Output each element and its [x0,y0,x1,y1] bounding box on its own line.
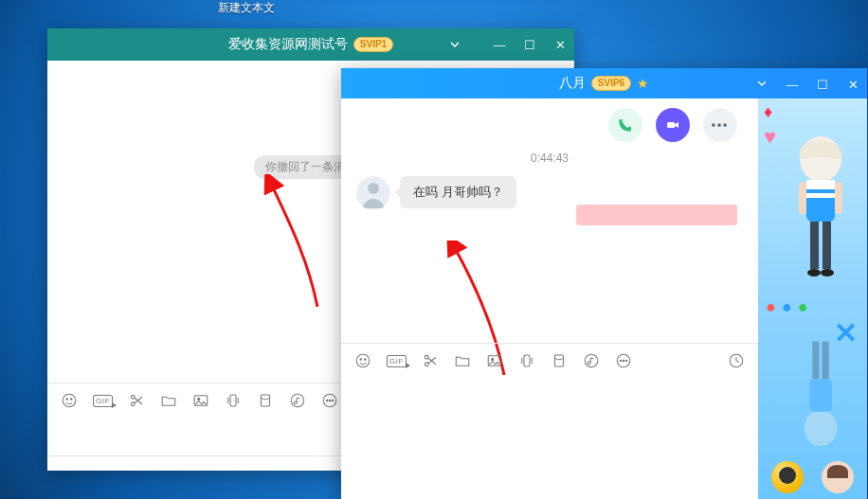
w1-title: 爱收集资源网测试号 [228,36,348,53]
svg-rect-44 [812,342,819,379]
scissors-icon[interactable] [128,392,145,409]
svg-point-17 [356,354,370,367]
svg-point-1 [66,399,68,401]
w2-side-panel: ♦ ♥ [758,98,867,499]
image-icon[interactable] [486,352,503,369]
w2-maximize-button[interactable]: ☐ [816,78,829,92]
svg-rect-14 [667,122,675,128]
svg-rect-24 [524,355,530,366]
redpacket-icon[interactable] [257,392,274,409]
redpacket-icon[interactable] [551,352,568,369]
svg-rect-43 [809,379,832,412]
history-icon[interactable] [728,352,745,369]
svg-point-30 [625,360,627,362]
svg-rect-36 [810,222,819,269]
w2-dropdown-icon[interactable] [755,78,769,92]
mini-avatar-1[interactable] [771,461,804,493]
w1-maximize-button[interactable]: ☐ [523,38,536,52]
w2-compose-area[interactable] [341,378,758,499]
w1-close-button[interactable]: ✕ [553,38,567,52]
more-actions-button[interactable]: ••• [703,108,737,142]
svg-point-6 [197,398,199,400]
svg-point-12 [329,400,331,401]
svg-rect-41 [835,182,842,214]
svg-point-39 [821,269,834,276]
svg-rect-45 [823,342,829,379]
svg-point-38 [807,269,821,276]
w1-dropdown-icon[interactable] [449,28,461,61]
redacted-block [576,205,737,225]
folder-icon[interactable] [454,352,471,369]
more-tools-icon[interactable] [615,352,632,369]
svg-point-28 [620,360,622,362]
heart-icon: ♥ [764,125,776,150]
voice-call-button[interactable] [608,108,642,142]
gif-icon[interactable]: GIF [387,355,407,367]
scissors-icon[interactable] [422,352,439,369]
avatar-character [778,127,863,307]
w1-svip-badge: SVIP1 [353,37,393,52]
svg-rect-40 [799,182,806,214]
video-call-button[interactable] [656,108,690,142]
w2-minimize-button[interactable]: — [786,78,799,92]
svg-point-18 [360,359,362,361]
x-decoration: ✕ [834,316,858,349]
svg-rect-8 [261,395,269,406]
svg-point-19 [365,359,367,361]
w2-svip-badge: SVIP6 [591,76,631,91]
image-icon[interactable] [192,392,209,409]
music-icon[interactable] [583,352,600,369]
desktop-file-label: 新建文本文 [218,1,275,14]
svg-rect-7 [230,395,236,406]
svg-point-3 [131,402,135,406]
w1-minimize-button[interactable]: — [493,38,506,52]
svg-rect-25 [554,355,563,366]
star-icon: ★ [637,76,649,91]
svg-point-21 [425,355,428,359]
w2-titlebar[interactable]: 八月 SVIP6 ★ — ☐ ✕ [341,68,867,98]
w2-action-row: ••• [341,98,758,151]
desktop-file-icon[interactable]: 新建文本文 [208,0,284,16]
shake-icon[interactable] [225,392,242,409]
emoji-icon[interactable] [61,392,78,409]
folder-icon[interactable] [160,392,177,409]
svg-rect-35 [806,193,835,198]
message-bubble[interactable]: 在吗 月哥帅吗？ [400,176,516,208]
w2-toolbar: GIF [341,343,758,378]
svg-point-20 [425,363,428,366]
svg-point-0 [63,394,76,407]
gif-icon[interactable]: GIF [93,395,113,407]
svg-point-13 [332,400,334,401]
desktop: 新建文本文 爱收集资源网测试号 SVIP1 — ☐ ✕ 你撤回了一条消息 [0,0,868,499]
svg-point-29 [623,360,624,362]
w2-chat-pane: ••• 0:44:43 在吗 月哥帅吗？ [341,98,758,499]
svg-point-11 [326,400,328,401]
chat-timestamp: 0:44:43 [341,151,758,165]
chat-window-2: 八月 SVIP6 ★ — ☐ ✕ ••• [341,68,867,499]
svg-point-42 [805,410,838,446]
more-tools-icon[interactable] [321,392,338,409]
svg-point-2 [71,399,73,401]
mini-avatar-2[interactable] [822,461,854,493]
music-icon[interactable] [289,392,306,409]
svg-rect-37 [823,222,831,269]
w1-titlebar[interactable]: 爱收集资源网测试号 SVIP1 — ☐ ✕ [47,28,574,61]
color-dots: ●●● [766,297,814,317]
shake-icon[interactable] [518,352,535,369]
svg-point-16 [368,183,379,194]
w2-close-button[interactable]: ✕ [846,78,859,92]
svg-point-26 [585,354,598,367]
svg-point-4 [131,395,135,399]
w2-title: 八月 [559,75,586,92]
sender-avatar[interactable] [356,176,390,210]
gem-icon: ♦ [764,102,772,122]
svg-rect-34 [806,180,835,189]
svg-point-23 [491,358,493,360]
emoji-icon[interactable] [354,352,371,369]
annotation-arrow-1 [261,174,346,316]
message-text: 在吗 月哥帅吗？ [413,185,503,199]
svg-point-9 [291,394,304,407]
